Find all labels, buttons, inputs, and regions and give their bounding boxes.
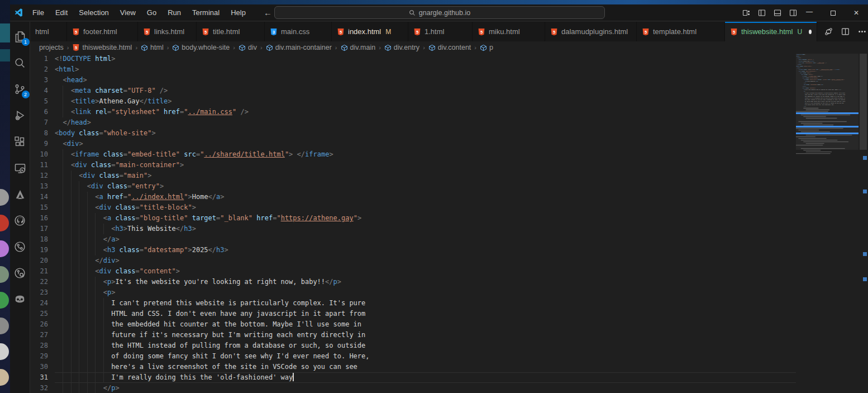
code-line-10[interactable]: 10 <iframe class="embed-title" src="../s… — [30, 149, 796, 160]
explorer-icon[interactable]: 1 — [12, 27, 28, 46]
minimap-slider[interactable] — [796, 54, 859, 150]
customize-layout-icon[interactable] — [742, 8, 751, 17]
breadcrumb-item-body.whole-site[interactable]: body.whole-site — [172, 44, 230, 51]
menu-file[interactable]: File — [28, 7, 49, 18]
code-line-25[interactable]: 25 HTML and CSS. I don't even have any j… — [30, 309, 796, 319]
remote-explorer-icon[interactable] — [12, 159, 28, 177]
source-control-icon[interactable]: 2 — [12, 80, 28, 98]
tab-html[interactable]: html — [30, 22, 67, 41]
code-line-26[interactable]: 26 the embedded hit counter at the botto… — [30, 319, 796, 330]
code-editor[interactable]: 1<!DOCTYPE html>2<html>3 <head>4 <meta c… — [30, 54, 868, 393]
code-line-3[interactable]: 3 <head> — [30, 75, 796, 86]
tab-miku.html[interactable]: 5miku.html — [473, 22, 545, 41]
scrollbar-thumb[interactable] — [860, 54, 867, 150]
toggle-primary-sidebar-icon[interactable] — [757, 8, 766, 17]
github-icon[interactable] — [12, 211, 28, 230]
code-line-2[interactable]: 2<html> — [30, 64, 796, 75]
tab-dalamudplugins.html[interactable]: 5dalamudplugins.html — [545, 22, 637, 41]
code-line-22[interactable]: 22 <p>It's the website you're looking at… — [30, 277, 796, 287]
code-line-13[interactable]: 13 <div class="entry"> — [30, 181, 796, 192]
code-line-1[interactable]: 1<!DOCTYPE html> — [30, 54, 796, 64]
command-center-search[interactable]: gnargle.github.io — [274, 6, 605, 19]
nav-back-icon[interactable]: ← — [264, 8, 272, 17]
godot-icon[interactable] — [12, 290, 28, 309]
maximize-button[interactable] — [821, 4, 845, 21]
tab-main.css[interactable]: 3main.css — [265, 22, 332, 41]
search-icon[interactable] — [12, 54, 28, 72]
tab-1.html[interactable]: 51.html — [408, 22, 473, 41]
indent-guide — [63, 86, 63, 96]
unsaved-dot-icon[interactable] — [809, 30, 812, 34]
code-line-5[interactable]: 5 <title>Athene.Gay</title> — [30, 96, 796, 107]
breadcrumb-item-div[interactable]: div — [239, 44, 257, 51]
tab-title.html[interactable]: 5title.html — [197, 22, 265, 41]
breadcrumb-item-div.main-container[interactable]: div.main-container — [266, 44, 332, 51]
menu-run[interactable]: Run — [163, 7, 185, 18]
minimap[interactable]: <!DOCTYPE html><html> <head> <meta chars… — [796, 54, 859, 393]
breadcrumb-item-div.content[interactable]: div.content — [428, 44, 471, 51]
breadcrumb-item-projects[interactable]: projects — [39, 44, 64, 51]
code-line-19[interactable]: 19 <h3 class="datestamp">2025</h3> — [30, 245, 796, 255]
indent-guide — [71, 277, 71, 287]
code-line-29[interactable]: 29 of doing some fancy shit I don't see … — [30, 351, 796, 362]
breadcrumb-item-html[interactable]: html — [141, 44, 164, 51]
code-text: <div class="main-container"> — [55, 160, 796, 171]
code-line-4[interactable]: 4 <meta charset="UTF-8" /> — [30, 86, 796, 96]
breadcrumb-item-p[interactable]: p — [480, 44, 493, 51]
code-line-12[interactable]: 12 <div class="main"> — [30, 171, 796, 181]
badge: 1 — [22, 38, 30, 46]
code-line-6[interactable]: 6 <link rel="stylesheet" href="../main.c… — [30, 107, 796, 117]
tab-links.html[interactable]: 5links.html — [138, 22, 197, 41]
open-changes-icon[interactable] — [824, 27, 833, 36]
git-history-icon[interactable] — [12, 238, 28, 256]
indent-guide — [63, 255, 63, 266]
toggle-secondary-sidebar-icon[interactable] — [789, 8, 798, 17]
code-line-27[interactable]: 27 future if it's necessary but I'm writ… — [30, 330, 796, 340]
menu-view[interactable]: View — [116, 7, 140, 18]
code-line-16[interactable]: 16 <a class="blog-title" target="_blank"… — [30, 213, 796, 224]
tab-thiswebsite.html[interactable]: 5thiswebsite.htmlU — [725, 22, 817, 41]
code-line-23[interactable]: 23 <p> — [30, 287, 796, 298]
minimize-button[interactable]: — — [798, 4, 821, 21]
more-actions-icon[interactable] — [857, 27, 867, 36]
vertical-scrollbar[interactable] — [859, 54, 868, 393]
breadcrumb-item-div.entry[interactable]: div.entry — [384, 44, 419, 51]
split-editor-icon[interactable] — [841, 27, 850, 36]
code-line-11[interactable]: 11 <div class="main-container"> — [30, 160, 796, 171]
line-number: 4 — [30, 86, 55, 96]
tab-footer.html[interactable]: 5footer.html — [67, 22, 138, 41]
code-line-9[interactable]: 9 <div> — [30, 139, 796, 149]
menu-selection[interactable]: Selection — [74, 7, 113, 18]
indent-guide — [71, 319, 71, 330]
close-button[interactable]: ✕ — [845, 4, 868, 21]
code-line-8[interactable]: 8<body class="whole-site"> — [30, 128, 796, 139]
code-line-28[interactable]: 28 the HTML instead of pulling from a da… — [30, 340, 796, 351]
code-line-17[interactable]: 17 <h3>This Website</h3> — [30, 224, 796, 234]
gitlens-icon[interactable] — [12, 264, 28, 282]
code-line-32[interactable]: 32 </p> — [30, 383, 796, 393]
code-line-15[interactable]: 15 <div class="title-block"> — [30, 202, 796, 213]
tab-index.html[interactable]: 5index.htmlM — [332, 22, 408, 41]
vscode-logo-icon — [10, 8, 27, 17]
code-line-7[interactable]: 7 </head> — [30, 117, 796, 128]
menu-terminal[interactable]: Terminal — [188, 7, 224, 18]
menu-edit[interactable]: Edit — [51, 7, 72, 18]
code-line-18[interactable]: 18 </a> — [30, 234, 796, 245]
toggle-panel-icon[interactable] — [773, 8, 782, 17]
indent-guide — [87, 234, 88, 245]
indent-guide — [79, 202, 79, 213]
run-debug-icon[interactable] — [12, 106, 28, 125]
code-line-24[interactable]: 24 I can't pretend this website is parti… — [30, 298, 796, 309]
code-line-31[interactable]: 31 I'm really doing this the 'old-fashio… — [30, 372, 796, 383]
azure-icon[interactable] — [12, 185, 28, 203]
extensions-icon[interactable] — [12, 132, 28, 151]
tab-template.html[interactable]: 5template.html — [637, 22, 725, 41]
code-line-21[interactable]: 21 <div class="content"> — [30, 266, 796, 277]
code-line-30[interactable]: 30 here's a live screenshot of the site … — [30, 362, 796, 372]
menu-help[interactable]: Help — [226, 7, 250, 18]
breadcrumb-item-thiswebsite.html[interactable]: 5thiswebsite.html — [72, 44, 132, 51]
menu-go[interactable]: Go — [142, 7, 161, 18]
breadcrumb-item-div.main[interactable]: div.main — [341, 44, 376, 51]
code-line-20[interactable]: 20 </div> — [30, 255, 796, 266]
code-line-14[interactable]: 14 <a href="../index.html">Home</a> — [30, 192, 796, 202]
